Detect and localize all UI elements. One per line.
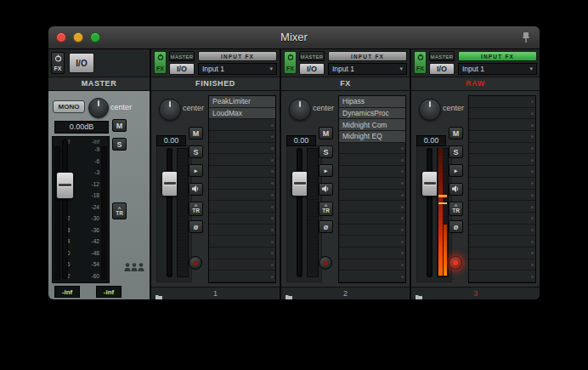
empty-fx-slot[interactable] xyxy=(209,213,275,225)
fx-slot[interactable]: PeakLimiter xyxy=(209,96,275,108)
fx-enable-button[interactable]: FX xyxy=(284,51,297,74)
empty-fx-slot[interactable] xyxy=(469,154,535,166)
master-pan-knob[interactable] xyxy=(88,98,109,118)
volume-fader[interactable] xyxy=(161,171,178,196)
zoom-button[interactable] xyxy=(90,32,100,43)
empty-fx-slot[interactable] xyxy=(469,166,535,178)
empty-fx-slot[interactable] xyxy=(339,190,405,202)
input-selector[interactable]: ▾ Input 1 xyxy=(328,63,407,75)
master-trim-button[interactable]: ^ TR xyxy=(112,202,127,219)
empty-fx-slot[interactable] xyxy=(339,270,405,282)
fx-slot[interactable]: Midnight EQ xyxy=(339,131,405,143)
master-solo-button[interactable]: S xyxy=(112,138,127,151)
routing-button[interactable]: ▸ xyxy=(449,164,463,177)
empty-fx-slot[interactable] xyxy=(469,259,535,271)
input-selector[interactable]: ▾ Input 1 xyxy=(458,63,537,75)
io-button[interactable]: I/O xyxy=(169,63,195,75)
fader-track[interactable] xyxy=(297,149,302,276)
empty-fx-slot[interactable] xyxy=(339,154,405,166)
empty-fx-slot[interactable] xyxy=(209,201,275,213)
empty-fx-slot[interactable] xyxy=(339,259,405,271)
record-arm-button[interactable] xyxy=(449,256,462,270)
track-visibility-icons[interactable] xyxy=(123,261,145,285)
fader-track[interactable] xyxy=(427,149,432,276)
empty-fx-slot[interactable] xyxy=(209,225,275,236)
track-number[interactable]: 3 xyxy=(411,287,540,299)
mute-button[interactable]: M xyxy=(319,127,333,139)
volume-display[interactable]: 0.00 xyxy=(416,135,446,146)
empty-fx-slot[interactable] xyxy=(469,270,535,282)
master-fx-button[interactable]: FX xyxy=(51,52,65,74)
volume-fader[interactable] xyxy=(291,171,308,196)
phase-button[interactable]: ø xyxy=(319,220,333,233)
empty-fx-slot[interactable] xyxy=(209,178,275,190)
master-io-button[interactable]: I/O xyxy=(69,53,94,73)
master-send-button[interactable]: MASTER xyxy=(169,51,195,61)
trim-button[interactable]: ^ TR xyxy=(449,202,463,216)
trim-button[interactable]: ^ TR xyxy=(189,202,203,216)
empty-fx-slot[interactable] xyxy=(339,201,405,213)
volume-fader[interactable] xyxy=(421,171,438,196)
solo-button[interactable]: S xyxy=(189,145,203,158)
empty-fx-slot[interactable] xyxy=(469,143,535,155)
empty-fx-slot[interactable] xyxy=(469,248,535,259)
empty-fx-slot[interactable] xyxy=(469,108,535,120)
monitor-button[interactable] xyxy=(449,183,463,196)
mute-button[interactable]: M xyxy=(189,127,203,139)
solo-button[interactable]: S xyxy=(449,145,463,158)
routing-button[interactable]: ▸ xyxy=(319,164,333,177)
io-button[interactable]: I/O xyxy=(429,63,455,75)
empty-fx-slot[interactable] xyxy=(339,143,405,155)
mono-button[interactable]: MONO xyxy=(53,100,85,113)
volume-display[interactable]: 0.00 xyxy=(156,135,186,146)
track-number[interactable]: 1 xyxy=(151,287,280,299)
fx-slot[interactable]: LoudMax xyxy=(209,108,275,120)
fx-enable-button[interactable]: FX xyxy=(414,51,427,74)
empty-fx-slot[interactable] xyxy=(209,248,275,259)
empty-fx-slot[interactable] xyxy=(469,96,535,108)
close-button[interactable] xyxy=(56,32,66,43)
empty-fx-slot[interactable] xyxy=(209,131,275,143)
input-fx-button[interactable]: INPUT FX xyxy=(198,51,277,61)
input-fx-button[interactable]: INPUT FX xyxy=(458,51,537,61)
record-arm-button[interactable] xyxy=(319,256,332,270)
title-bar[interactable]: Mixer xyxy=(48,26,540,49)
empty-fx-slot[interactable] xyxy=(469,236,535,248)
empty-fx-slot[interactable] xyxy=(339,236,405,248)
routing-button[interactable]: ▸ xyxy=(189,164,203,177)
master-send-button[interactable]: MASTER xyxy=(299,51,325,61)
trim-button[interactable]: ^ TR xyxy=(319,202,333,216)
pan-knob[interactable] xyxy=(159,99,181,121)
fx-enable-button[interactable]: FX xyxy=(154,51,167,74)
empty-fx-slot[interactable] xyxy=(209,236,275,248)
master-fader-track[interactable] xyxy=(63,140,67,278)
monitor-button[interactable] xyxy=(319,183,333,196)
fx-slot[interactable]: Midnight Com xyxy=(339,119,405,131)
master-send-button[interactable]: MASTER xyxy=(429,51,455,61)
empty-fx-slot[interactable] xyxy=(209,259,275,271)
master-volume-display[interactable]: 0.00dB xyxy=(54,121,109,134)
pin-icon[interactable] xyxy=(521,31,531,47)
empty-fx-slot[interactable] xyxy=(469,190,535,202)
empty-fx-slot[interactable] xyxy=(339,225,405,236)
minimize-button[interactable] xyxy=(73,32,83,43)
empty-fx-slot[interactable] xyxy=(339,178,405,190)
empty-fx-slot[interactable] xyxy=(339,248,405,259)
empty-fx-slot[interactable] xyxy=(469,131,535,143)
empty-fx-slot[interactable] xyxy=(469,119,535,131)
empty-fx-slot[interactable] xyxy=(339,166,405,178)
empty-fx-slot[interactable] xyxy=(339,213,405,225)
empty-fx-slot[interactable] xyxy=(469,213,535,225)
pan-knob[interactable] xyxy=(419,99,441,121)
empty-fx-slot[interactable] xyxy=(469,201,535,213)
phase-button[interactable]: ø xyxy=(189,220,203,233)
solo-button[interactable]: S xyxy=(319,145,333,158)
io-button[interactable]: I/O xyxy=(299,63,325,75)
track-number[interactable]: 2 xyxy=(281,287,410,299)
empty-fx-slot[interactable] xyxy=(209,154,275,166)
mute-button[interactable]: M xyxy=(449,127,463,139)
phase-button[interactable]: ø xyxy=(449,220,463,233)
volume-display[interactable]: 0.00 xyxy=(286,135,316,146)
input-selector[interactable]: ▾ Input 1 xyxy=(198,63,277,75)
fx-slot[interactable]: Hipass xyxy=(339,96,405,108)
